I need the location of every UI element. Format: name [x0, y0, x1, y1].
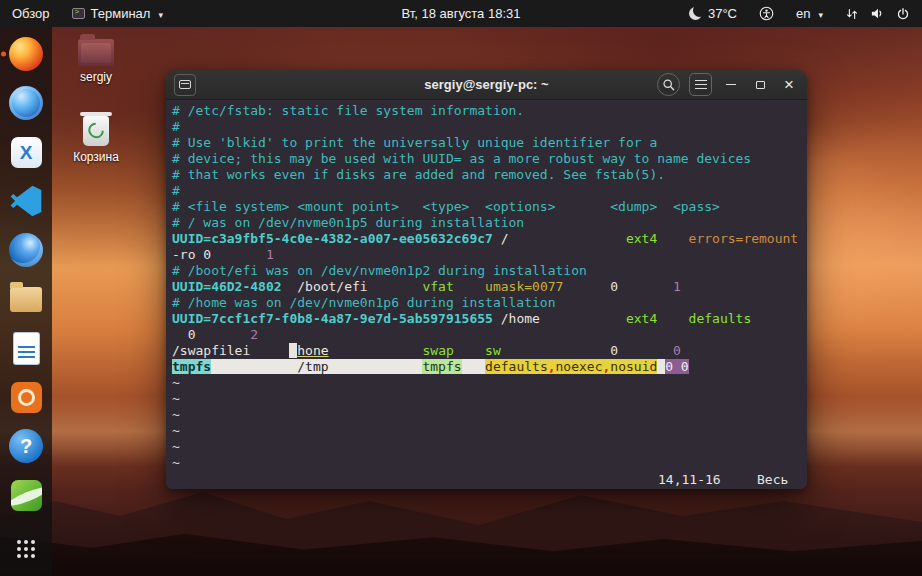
- system-menu-button[interactable]: [843, 0, 912, 27]
- code-segment: sw: [485, 343, 501, 358]
- dock-item-x-app[interactable]: [6, 132, 46, 172]
- chevron-down-icon: [816, 6, 823, 21]
- firefox-icon: [9, 37, 43, 71]
- window-title: sergiy@sergiy-pc: ~: [424, 77, 548, 92]
- minimize-icon: [726, 84, 736, 86]
- code-segment: hone: [297, 343, 328, 358]
- green-app-icon: [11, 480, 42, 511]
- terminal-line: # Use 'blkid' to print the universally u…: [172, 135, 801, 151]
- code-segment: tmpfs: [422, 359, 461, 374]
- code-segment: -ro 0: [172, 247, 266, 262]
- terminal-line: # / was on /dev/nvme0n1p5 during install…: [172, 215, 801, 231]
- code-segment: umask=0077: [485, 279, 563, 294]
- terminal-line: # device; this may be used with UUID= as…: [172, 151, 801, 167]
- dock-item-media-orange[interactable]: [6, 377, 46, 417]
- dock-item-show-apps[interactable]: [6, 529, 46, 569]
- desktop-icon-label: sergiy: [62, 70, 130, 84]
- activities-button[interactable]: Обзор: [10, 0, 52, 27]
- code-segment: UUID=c3a9fbf5-4c0e-4382-a007-ee05632c69c…: [172, 231, 493, 246]
- dock-item-vscode[interactable]: [6, 181, 46, 221]
- code-segment: # Use 'blkid' to print the universally u…: [172, 135, 657, 150]
- desktop-icon-trash[interactable]: Корзина: [62, 112, 130, 164]
- moon-weather-icon: [689, 7, 702, 20]
- dock-item-firefox[interactable]: [6, 34, 46, 74]
- network-icon: [845, 7, 859, 21]
- code-segment: #: [172, 119, 180, 134]
- code-segment: /: [493, 231, 626, 246]
- code-segment: [454, 279, 485, 294]
- code-segment: [618, 343, 673, 358]
- code-segment: nosuid: [610, 359, 657, 374]
- media-orange-icon: [11, 382, 42, 413]
- code-segment: 0: [172, 327, 250, 342]
- dock-item-blue-circle[interactable]: [6, 83, 46, 123]
- clock-label: Вт, 18 августа 18:31: [402, 6, 521, 21]
- code-segment: 0: [610, 343, 618, 358]
- terminal-line: ~: [172, 391, 801, 407]
- desktop-icon-label: Корзина: [62, 150, 130, 164]
- code-segment: vfat: [422, 279, 453, 294]
- thunderbird-icon: [9, 233, 43, 267]
- code-segment: [501, 343, 611, 358]
- terminal-line: # /home was on /dev/nvme0n1p6 during ins…: [172, 295, 801, 311]
- search-button[interactable]: [657, 73, 680, 96]
- code-segment: #: [172, 183, 180, 198]
- accessibility-menu-button[interactable]: [757, 0, 776, 27]
- dock-item-thunderbird[interactable]: [6, 230, 46, 270]
- code-segment: /swapfilei: [172, 343, 250, 358]
- code-segment: 0: [673, 343, 681, 358]
- dock-item-writer[interactable]: [6, 328, 46, 368]
- code-segment: ~: [172, 455, 180, 470]
- search-icon: [662, 78, 676, 92]
- terminal-line: -ro 0 1: [172, 247, 801, 263]
- terminal-titlebar[interactable]: sergiy@sergiy-pc: ~: [166, 70, 807, 100]
- code-segment: UUID=7ccf1cf7-f0b8-4a87-9e7d-5ab59791565…: [172, 311, 493, 326]
- code-segment: ext4: [626, 231, 657, 246]
- terminal-line: ~: [172, 439, 801, 455]
- minimize-button[interactable]: [721, 73, 741, 96]
- code-segment: ~: [172, 391, 180, 406]
- keyboard-layout-button[interactable]: en: [794, 0, 825, 27]
- code-segment: /boot/efi: [282, 279, 423, 294]
- terminal-line: ~: [172, 455, 801, 471]
- code-segment: # / was on /dev/nvme0n1p5 during install…: [172, 215, 524, 230]
- code-segment: # <file system> <mount point> <type> <op…: [172, 199, 720, 214]
- code-segment: /tmp: [297, 359, 328, 374]
- terminal-app-icon: [72, 8, 85, 19]
- dock-item-help[interactable]: [6, 426, 46, 466]
- code-segment: 1: [673, 279, 681, 294]
- weather-widget[interactable]: 37°C: [687, 0, 739, 27]
- code-segment: errors=remount: [689, 231, 799, 246]
- code-segment: ,: [548, 359, 556, 374]
- code-segment: [211, 359, 297, 374]
- code-segment: /home: [493, 311, 626, 326]
- terminal-line: /swapfilei hone swap sw 0 0: [172, 343, 801, 359]
- vscode-icon: [10, 185, 42, 217]
- help-icon: [9, 429, 43, 463]
- terminal-line: tmpfs /tmp tmpfs defaults,noexec,nosuid …: [172, 359, 801, 375]
- vim-status-line: "/etc/fstab" 15L, 832C записано 14,11-16…: [166, 471, 807, 489]
- terminal-line: ~: [172, 423, 801, 439]
- app-menu-button[interactable]: Терминал: [70, 0, 165, 27]
- maximize-button[interactable]: [750, 73, 770, 96]
- close-button[interactable]: [779, 73, 799, 96]
- code-segment: [657, 359, 665, 374]
- clock-button[interactable]: Вт, 18 августа 18:31: [400, 0, 523, 27]
- code-segment: swap: [422, 343, 453, 358]
- app-menu-label: Терминал: [91, 6, 151, 21]
- dock-item-green-app[interactable]: [6, 475, 46, 515]
- code-segment: # that works even if disks are added and…: [172, 167, 665, 182]
- code-segment: ~: [172, 375, 180, 390]
- dock-item-files[interactable]: [6, 279, 46, 319]
- code-segment: # /home was on /dev/nvme0n1p6 during ins…: [172, 295, 556, 310]
- new-tab-icon: [179, 80, 191, 89]
- code-segment: 1: [266, 247, 274, 262]
- files-icon: [10, 287, 42, 312]
- menu-button[interactable]: [689, 73, 712, 96]
- code-segment: defaults: [485, 359, 548, 374]
- trash-icon: [83, 116, 109, 146]
- terminal-buffer[interactable]: # /etc/fstab: static file system informa…: [166, 100, 807, 471]
- desktop-icon-folder-user[interactable]: sergiy: [62, 32, 130, 84]
- terminal-window: sergiy@sergiy-pc: ~: [166, 70, 807, 489]
- new-tab-button[interactable]: [174, 74, 196, 96]
